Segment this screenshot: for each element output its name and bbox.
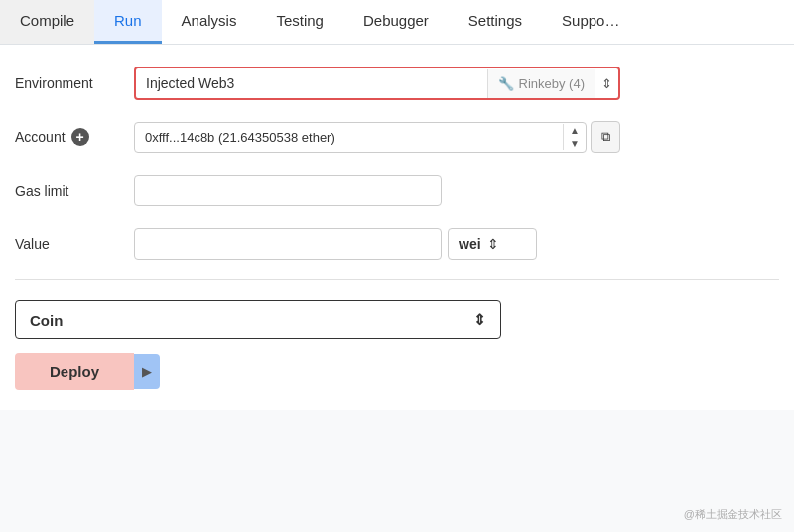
deploy-arrow-button[interactable]: ▶ (134, 354, 160, 389)
environment-field-wrapper: Injected Web3 🔧 Rinkeby (4) ⇕ (134, 66, 620, 100)
contract-arrow: ⇕ (473, 311, 486, 329)
unit-arrow: ⇕ (487, 236, 499, 252)
gas-limit-input[interactable]: 3000000 (134, 175, 442, 206)
environment-row: Environment Injected Web3 🔧 Rinkeby (4) … (15, 65, 779, 102)
tab-run[interactable]: Run (94, 0, 162, 44)
contract-select[interactable]: Coin ⇕ (15, 300, 501, 339)
gas-limit-row: Gas limit 3000000 (15, 172, 779, 209)
account-row: Account + 0xfff...14c8b (21.64350538 eth… (15, 118, 779, 156)
watermark: @稀土掘金技术社区 (684, 507, 782, 522)
environment-label: Environment (15, 75, 134, 91)
environment-value: Injected Web3 (136, 68, 487, 98)
account-arrows[interactable]: ▲▼ (563, 124, 586, 150)
unit-select[interactable]: wei ⇕ (448, 228, 537, 260)
contract-label: Coin (30, 312, 63, 329)
copy-account-button[interactable]: ⧉ (591, 121, 620, 153)
tab-testing[interactable]: Testing (256, 0, 343, 44)
nav-tabs: Compile Run Analysis Testing Debugger Se… (0, 0, 794, 45)
add-account-button[interactable]: + (71, 128, 89, 146)
account-field-wrapper: 0xfff...14c8b (21.64350538 ether) ▲▼ ⧉ (134, 121, 620, 153)
environment-network-badge: 🔧 Rinkeby (4) (487, 69, 595, 98)
environment-network-label: Rinkeby (4) (519, 76, 585, 91)
divider (15, 279, 779, 280)
value-row: Value 0 wei ⇕ (15, 225, 779, 263)
value-label: Value (15, 236, 134, 252)
tab-analysis[interactable]: Analysis (162, 0, 257, 44)
tab-support[interactable]: Suppo… (542, 0, 639, 44)
value-inputs: 0 wei ⇕ (134, 228, 537, 260)
deploy-section: Deploy ▶ (15, 353, 501, 390)
deploy-chevron-icon: ▶ (142, 364, 152, 379)
deploy-button[interactable]: Deploy (15, 353, 134, 390)
value-input[interactable]: 0 (134, 228, 442, 260)
tab-compile[interactable]: Compile (0, 0, 94, 44)
unit-label: wei (459, 236, 481, 252)
tab-debugger[interactable]: Debugger (343, 0, 449, 44)
copy-icon: ⧉ (601, 129, 610, 145)
environment-arrow[interactable]: ⇕ (595, 69, 618, 98)
account-value: 0xfff...14c8b (21.64350538 ether) (135, 123, 563, 152)
account-label: Account + (15, 128, 134, 146)
main-content: Environment Injected Web3 🔧 Rinkeby (4) … (0, 45, 794, 410)
wrench-icon: 🔧 (498, 76, 514, 91)
gas-limit-label: Gas limit (15, 183, 134, 199)
tab-settings[interactable]: Settings (449, 0, 542, 44)
account-select[interactable]: 0xfff...14c8b (21.64350538 ether) ▲▼ (134, 122, 587, 153)
